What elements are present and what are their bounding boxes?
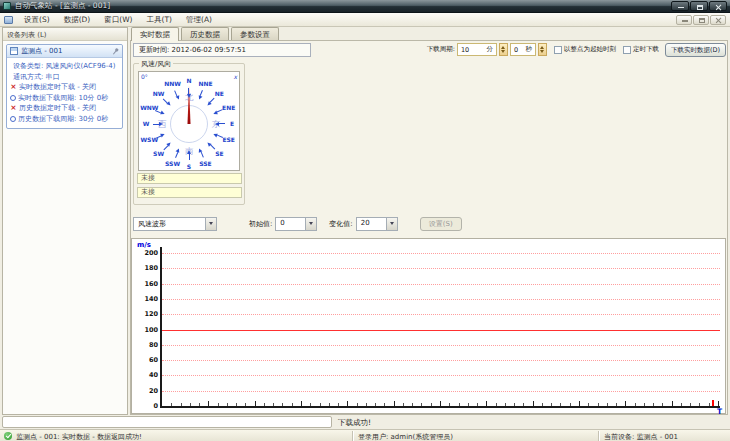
x-tick (190, 403, 191, 406)
spinner-up-icon (501, 46, 505, 49)
x-tick (709, 403, 710, 406)
menu-data[interactable]: 数据(D) (57, 13, 98, 27)
maximize-button[interactable] (690, 1, 708, 11)
waveform-select[interactable]: 风速波形 (133, 217, 217, 231)
mdi-child-icon[interactable] (4, 16, 13, 24)
minimize-icon (678, 7, 684, 9)
x-tick (672, 401, 673, 406)
x-tick (681, 403, 682, 406)
cross-icon (10, 103, 17, 114)
x-tick (570, 403, 571, 406)
compass-arrow-icon (206, 97, 216, 107)
initial-value-label: 初始值: (249, 219, 272, 229)
x-tick (635, 403, 636, 406)
dropdown-arrow-icon[interactable] (305, 218, 316, 230)
x-tick (273, 403, 274, 406)
timed-download-option[interactable]: 定时下载 (623, 45, 659, 54)
device-list-sidebar: 设备列表 (L) 监测点 - 001 设备类型: 风速风向仪(ACF96-4)通… (2, 27, 128, 415)
x-tick (653, 403, 654, 406)
settings-button[interactable]: 设置(S) (420, 217, 462, 231)
x-tick (616, 403, 617, 406)
start-at-hour-label: 以整点为起始时刻 (564, 45, 616, 54)
menu-tools[interactable]: 工具(T) (140, 13, 179, 27)
wind-compass: 0° x 北 南 东 西 NNNENEENEEESESESSESSSWSWWSW… (138, 71, 240, 171)
x-tick (607, 403, 608, 406)
mdi-close-button[interactable] (710, 15, 726, 25)
y-tick-label: 20 (134, 387, 158, 395)
threshold-line (162, 330, 720, 331)
x-tick (227, 403, 228, 406)
seconds-stepper[interactable] (538, 43, 547, 56)
compass-dir-NNW: NNW (164, 81, 181, 87)
device-info-line: 历史数据下载周期: 30分 0秒 (10, 114, 121, 125)
x-tick (551, 403, 552, 406)
menu-settings[interactable]: 设置(S) (17, 13, 57, 27)
tab-history-data[interactable]: 历史数据 (181, 27, 229, 40)
device-panel[interactable]: 监测点 - 001 设备类型: 风速风向仪(ACF96-4)通讯方式: 串口实时… (6, 44, 123, 129)
pin-icon[interactable] (111, 46, 121, 56)
device-icon (10, 47, 18, 55)
start-at-hour-option[interactable]: 以整点为起始时刻 (554, 45, 616, 54)
start-at-hour-checkbox[interactable] (554, 46, 562, 54)
mdi-minimize-button[interactable] (676, 15, 692, 25)
tab-realtime-data[interactable]: 实时数据 (131, 27, 179, 41)
gridline (162, 375, 720, 376)
device-panel-header[interactable]: 监测点 - 001 (7, 45, 122, 58)
tab-parameter-settings[interactable]: 参数设置 (231, 27, 279, 40)
device-info-text: 实时数据下载周期: 10分 0秒 (18, 93, 108, 104)
dropdown-arrow-icon[interactable] (205, 218, 216, 230)
device-info-line: 实时数据定时下载 - 关闭 (10, 82, 121, 93)
waveform-controls: 风速波形 初始值: 0 变化值: 20 设置(S) (133, 216, 462, 231)
gridline (162, 314, 720, 315)
y-axis (160, 247, 162, 407)
minutes-stepper[interactable] (499, 43, 508, 56)
y-tick-label: 60 (134, 356, 158, 364)
compass-arrow-icon (212, 108, 223, 116)
y-tick-label: 160 (134, 280, 158, 288)
cross-icon (10, 82, 17, 93)
x-tick (320, 403, 321, 406)
device-info-line: 通讯方式: 串口 (10, 72, 121, 83)
x-tick (347, 401, 348, 406)
compass-arrow-icon (162, 141, 172, 151)
x-tick (477, 403, 478, 406)
minutes-value: 10 (461, 46, 469, 54)
gridline (162, 360, 720, 361)
gridline (162, 284, 720, 285)
download-realtime-button[interactable]: 下载实时数据(D) (665, 43, 726, 57)
close-button[interactable] (709, 1, 727, 11)
compass-arrow-icon (212, 132, 223, 140)
x-tick (699, 403, 700, 406)
x-tick (598, 403, 599, 406)
window-title: 自动气象站 - [监测点 - 001] (15, 1, 670, 11)
x-tick (644, 403, 645, 406)
menu-window[interactable]: 窗口(W) (97, 13, 139, 27)
x-tick (338, 403, 339, 406)
bottom-strip: 下载成功! (0, 415, 730, 429)
compass-arrow-icon (187, 88, 191, 98)
x-tick (459, 403, 460, 406)
timed-download-checkbox[interactable] (623, 46, 631, 54)
seconds-input[interactable]: 0 秒 (510, 43, 536, 56)
x-tick (255, 401, 256, 406)
initial-value-select[interactable]: 0 (275, 217, 317, 231)
compass-arrow-icon (187, 150, 191, 160)
compass-arrow-icon (173, 90, 181, 101)
x-tick (171, 403, 172, 406)
x-tick (236, 403, 237, 406)
main-area: 实时数据 历史数据 参数设置 更新时间: 2012-06-02 09:57:51… (130, 27, 728, 415)
status-login-user: 登录用户: admin(系统管理员) (358, 432, 453, 441)
compass-arrow-icon (197, 90, 205, 101)
change-value-select[interactable]: 20 (356, 217, 398, 231)
minimize-button[interactable] (671, 1, 689, 11)
minutes-input[interactable]: 10 分 (457, 43, 497, 56)
mdi-restore-button[interactable] (693, 15, 709, 25)
menu-admin[interactable]: 管理(A) (179, 13, 219, 27)
wind-group-box: 风速/风向 0° x 北 南 东 西 NNNENEENEEESESESSESSS… (133, 63, 245, 205)
compass-arrow-icon (155, 132, 166, 140)
dropdown-arrow-icon[interactable] (386, 218, 397, 230)
spinner-down-icon (501, 50, 505, 53)
spinner-down-icon (540, 50, 544, 53)
x-tick (579, 401, 580, 406)
x-tick (468, 403, 469, 406)
